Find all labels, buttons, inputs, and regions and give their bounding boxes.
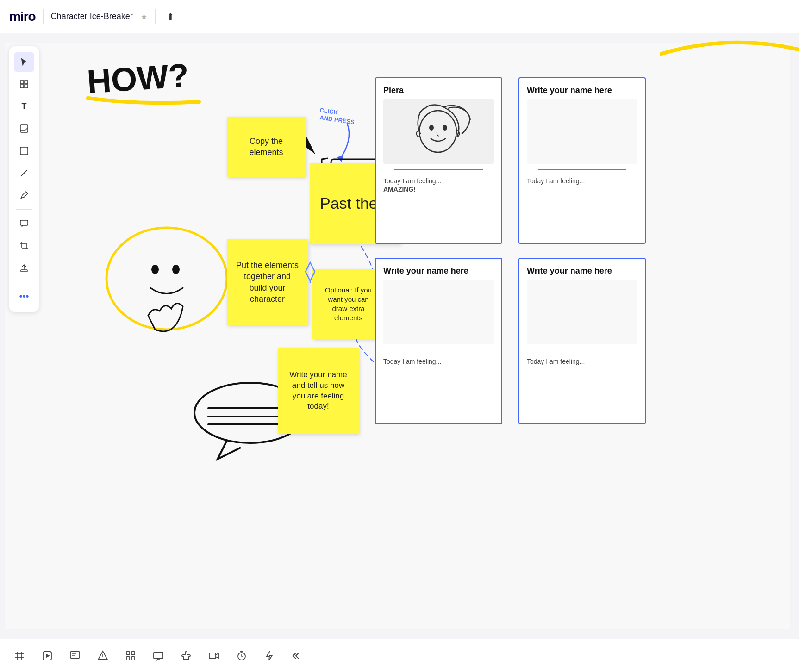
card-4-line [538, 350, 626, 350]
svg-text:HOW?: HOW? [86, 56, 190, 100]
svg-rect-15 [21, 270, 27, 272]
card-4-name: Write your name here [527, 266, 637, 276]
svg-text:AND PRESS: AND PRESS [319, 114, 356, 125]
svg-line-8 [21, 170, 27, 176]
bottom-toolbar [0, 639, 799, 672]
tool-frames[interactable] [14, 74, 34, 94]
sticky-copy-elements: Copy the elements [227, 117, 306, 177]
sticky-write-name: Write your name and tell us how you are … [278, 348, 359, 434]
bottom-tool-timer[interactable] [233, 647, 250, 664]
card-4-avatar [527, 280, 637, 344]
sticky-optional: Optional: If you want you can draw extra… [312, 269, 384, 339]
card-2: Write your name here Today I am feeling.… [518, 77, 646, 244]
svg-rect-0 [20, 81, 24, 84]
card-3-avatar [383, 280, 494, 344]
card-2-feeling-label: Today I am feeling... [527, 177, 637, 185]
bottom-tool-apps[interactable] [122, 647, 139, 664]
card-4-feeling-label: Today I am feeling... [527, 358, 637, 365]
bottom-tool-share-screen[interactable] [150, 647, 167, 664]
svg-text:CLICK: CLICK [319, 106, 339, 116]
bottom-tool-grid[interactable] [11, 647, 28, 664]
card-2-name: Write your name here [527, 86, 637, 95]
card-piera-line [394, 169, 483, 170]
bottom-tool-video[interactable] [206, 647, 222, 664]
svg-point-25 [172, 265, 180, 274]
bottom-tool-collapse[interactable] [289, 647, 306, 664]
svg-marker-39 [46, 654, 50, 658]
card-piera-name: Piera [383, 86, 494, 95]
toolbar-separator [16, 209, 32, 210]
svg-point-33 [443, 125, 447, 131]
card-piera-feeling-label: Today I am feeling... [383, 177, 494, 185]
svg-marker-19 [337, 155, 343, 162]
tool-sticky[interactable] [14, 118, 34, 139]
card-3-feeling-label: Today I am feeling... [383, 358, 494, 365]
bottom-tool-present[interactable] [94, 647, 111, 664]
tool-pen[interactable] [14, 185, 34, 205]
svg-rect-46 [131, 652, 135, 655]
svg-rect-48 [131, 657, 135, 660]
svg-rect-49 [154, 652, 163, 659]
card-piera: Piera [375, 77, 502, 244]
tool-comment[interactable] [14, 213, 34, 234]
card-2-line [538, 169, 626, 170]
svg-rect-50 [209, 653, 216, 659]
svg-point-31 [419, 111, 456, 152]
header-divider-2 [155, 9, 156, 24]
svg-line-9 [20, 198, 21, 199]
toolbar-separator-2 [16, 282, 32, 282]
yellow-arc-top [660, 33, 799, 56]
card-3-name: Write your name here [383, 266, 494, 276]
sticky-put-elements: Put the elements together and build your… [227, 239, 308, 325]
svg-rect-10 [20, 220, 28, 225]
svg-rect-40 [70, 652, 80, 658]
svg-point-32 [429, 125, 434, 131]
svg-rect-47 [126, 657, 130, 660]
tool-more[interactable]: ••• [14, 286, 34, 306]
bottom-tool-lightning[interactable] [261, 647, 278, 664]
card-3-line [394, 350, 483, 350]
tool-shapes[interactable] [14, 141, 34, 161]
tool-line[interactable] [14, 163, 34, 183]
card-piera-avatar [383, 99, 494, 164]
tool-select[interactable] [14, 52, 34, 72]
bottom-tool-chat[interactable] [67, 647, 83, 664]
svg-rect-45 [126, 652, 130, 655]
star-icon[interactable]: ★ [140, 12, 148, 22]
pen-drawing-icon [301, 260, 319, 283]
tool-text[interactable]: T [14, 96, 34, 117]
bottom-tool-play[interactable] [39, 647, 56, 664]
svg-rect-2 [20, 85, 24, 88]
canvas-content: HOW? CLICK AND PRESS ALT [74, 33, 799, 639]
card-2-avatar [527, 99, 637, 164]
svg-point-24 [151, 265, 159, 274]
share-icon[interactable]: ⬆ [167, 11, 175, 22]
card-4: Write your name here Today I am feeling.… [518, 258, 646, 424]
miro-logo: miro [9, 9, 36, 24]
card-3: Write your name here Today I am feeling.… [375, 258, 502, 424]
left-toolbar: T ••• [9, 46, 39, 312]
board-title: Character Ice-Breaker [51, 12, 133, 21]
svg-rect-3 [25, 85, 28, 88]
svg-rect-7 [20, 147, 28, 155]
canvas: HOW? CLICK AND PRESS ALT [0, 33, 799, 639]
tool-upload[interactable] [14, 258, 34, 278]
svg-point-23 [106, 228, 227, 330]
card-piera-feeling-value: AMAZING! [383, 186, 494, 193]
header: miro Character Ice-Breaker ★ ⬆ [0, 0, 799, 33]
bottom-tool-thumbsup[interactable] [178, 647, 194, 664]
tool-crop[interactable] [14, 236, 34, 256]
svg-rect-1 [25, 81, 28, 84]
header-divider [43, 9, 44, 24]
